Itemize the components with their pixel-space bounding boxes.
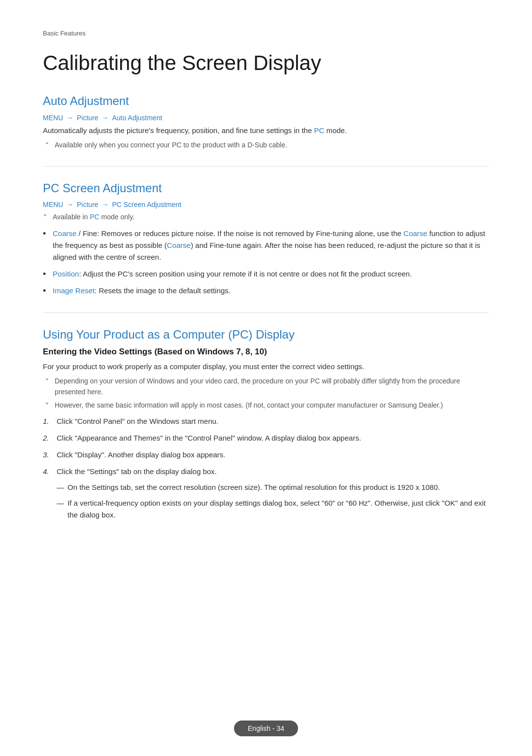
- page-title: Calibrating the Screen Display: [43, 51, 489, 75]
- pc-arrow1: →: [65, 201, 75, 208]
- step-3-num: 3.: [43, 449, 49, 461]
- pc-menu-link-pc-screen: PC Screen Adjustment: [112, 201, 181, 208]
- page-footer: English - 34: [234, 721, 298, 736]
- fine-label: Fine: [83, 229, 97, 238]
- auto-adjustment-menu-path: MENU → Picture → Auto Adjustment: [43, 114, 489, 122]
- step-1-text: Click "Control Panel" on the Windows sta…: [57, 417, 218, 425]
- auto-adjustment-description: Automatically adjusts the picture's freq…: [43, 125, 489, 137]
- windows-note-1: Depending on your version of Windows and…: [43, 376, 489, 398]
- position-link: Position: [53, 270, 79, 278]
- step-4-sub-1: On the Settings tab, set the correct res…: [57, 481, 489, 493]
- video-settings-subtitle: Entering the Video Settings (Based on Wi…: [43, 347, 489, 357]
- coarse-link-1: Coarse: [53, 229, 76, 238]
- using-as-computer-title: Using Your Product as a Computer (PC) Di…: [43, 327, 489, 342]
- step-4-sub-2: If a vertical-frequency option exists on…: [57, 497, 489, 521]
- step-3: 3. Click "Display". Another display dial…: [43, 449, 489, 461]
- auto-adjustment-title: Auto Adjustment: [43, 93, 489, 108]
- menu-link-picture: Picture: [77, 114, 99, 122]
- step-4: 4. Click the "Settings" tab on the displ…: [43, 466, 489, 521]
- bullet-position: Position: Adjust the PC's screen positio…: [43, 268, 489, 280]
- menu-link-auto-adjustment: Auto Adjustment: [112, 114, 162, 122]
- step-2-num: 2.: [43, 432, 49, 444]
- steps-list: 1. Click "Control Panel" on the Windows …: [43, 415, 489, 521]
- pc-menu-link-picture: Picture: [77, 201, 99, 208]
- image-reset-link: Image Reset: [53, 286, 95, 295]
- pc-available-note: Available in PC mode only.: [43, 211, 489, 222]
- step-4-text: Click the "Settings" tab on the display …: [57, 467, 217, 476]
- auto-adjustment-note: Available only when you connect your PC …: [43, 139, 489, 150]
- pc-screen-menu-path: MENU → Picture → PC Screen Adjustment: [43, 201, 489, 208]
- step-4-sub-list: On the Settings tab, set the correct res…: [57, 481, 489, 521]
- bullet-image-reset: Image Reset: Resets the image to the def…: [43, 285, 489, 297]
- auto-adjustment-section: Auto Adjustment MENU → Picture → Auto Ad…: [43, 93, 489, 150]
- menu-link-menu: MENU: [43, 114, 63, 122]
- coarse-link-2: Coarse: [403, 229, 427, 238]
- using-as-computer-section: Using Your Product as a Computer (PC) Di…: [43, 327, 489, 521]
- section-divider-2: [43, 312, 489, 313]
- arrow2: →: [100, 114, 111, 122]
- page-container: Basic Features Calibrating the Screen Di…: [0, 0, 532, 576]
- windows-note-2: However, the same basic information will…: [43, 400, 489, 411]
- step-2: 2. Click "Appearance and Themes" in the …: [43, 432, 489, 444]
- arrow1: →: [65, 114, 75, 122]
- pc-mode-link: PC: [90, 213, 99, 221]
- breadcrumb: Basic Features: [43, 30, 489, 37]
- coarse-link-3: Coarse: [167, 241, 191, 249]
- step-2-text: Click "Appearance and Themes" in the "Co…: [57, 434, 361, 442]
- pc-arrow2: →: [100, 201, 111, 208]
- pc-screen-adjustment-section: PC Screen Adjustment MENU → Picture → PC…: [43, 180, 489, 297]
- pc-screen-bullet-list: Coarse / Fine: Removes or reduces pictur…: [43, 228, 489, 297]
- bullet-coarse-fine: Coarse / Fine: Removes or reduces pictur…: [43, 228, 489, 263]
- step-4-num: 4.: [43, 466, 49, 478]
- step-1-num: 1.: [43, 415, 49, 427]
- video-settings-intro: For your product to work properly as a c…: [43, 361, 489, 373]
- step-1: 1. Click "Control Panel" on the Windows …: [43, 415, 489, 427]
- step-3-text: Click "Display". Another display dialog …: [57, 450, 226, 459]
- section-divider-1: [43, 166, 489, 167]
- pc-screen-adjustment-title: PC Screen Adjustment: [43, 180, 489, 196]
- pc-menu-link-menu: MENU: [43, 201, 63, 208]
- pc-link: PC: [314, 126, 324, 135]
